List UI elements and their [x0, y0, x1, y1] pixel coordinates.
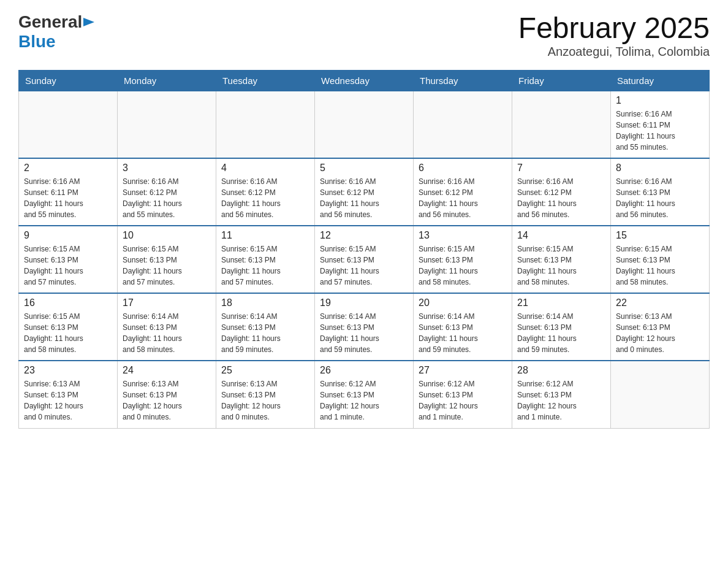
calendar-cell: 24Sunrise: 6:13 AM Sunset: 6:13 PM Dayli…: [118, 361, 216, 428]
calendar-cell: 16Sunrise: 6:15 AM Sunset: 6:13 PM Dayli…: [19, 293, 118, 361]
day-number: 20: [419, 297, 507, 308]
day-number: 12: [320, 230, 408, 241]
calendar-cell: [315, 91, 414, 158]
calendar-header-row: SundayMondayTuesdayWednesdayThursdayFrid…: [19, 70, 710, 91]
calendar-cell: 27Sunrise: 6:12 AM Sunset: 6:13 PM Dayli…: [414, 361, 512, 428]
calendar-week-row: 2Sunrise: 6:16 AM Sunset: 6:11 PM Daylig…: [19, 158, 710, 226]
logo-flag-icon: [82, 17, 96, 28]
calendar-cell: 3Sunrise: 6:16 AM Sunset: 6:12 PM Daylig…: [118, 158, 216, 226]
calendar-cell: 12Sunrise: 6:15 AM Sunset: 6:13 PM Dayli…: [315, 226, 414, 293]
day-info: Sunrise: 6:15 AM Sunset: 6:13 PM Dayligh…: [123, 243, 211, 288]
calendar-cell: 2Sunrise: 6:16 AM Sunset: 6:11 PM Daylig…: [19, 158, 118, 226]
day-number: 19: [320, 297, 408, 308]
calendar-cell: 19Sunrise: 6:14 AM Sunset: 6:13 PM Dayli…: [315, 293, 414, 361]
calendar-table: SundayMondayTuesdayWednesdayThursdayFrid…: [18, 70, 710, 429]
calendar-cell: 1Sunrise: 6:16 AM Sunset: 6:11 PM Daylig…: [611, 91, 710, 158]
day-info: Sunrise: 6:13 AM Sunset: 6:13 PM Dayligh…: [24, 378, 112, 423]
day-info: Sunrise: 6:15 AM Sunset: 6:13 PM Dayligh…: [221, 243, 309, 288]
calendar-cell: 26Sunrise: 6:12 AM Sunset: 6:13 PM Dayli…: [315, 361, 414, 428]
day-number: 9: [24, 230, 112, 241]
location-title: Anzoategui, Tolima, Colombia: [518, 45, 710, 59]
calendar-header-tuesday: Tuesday: [216, 70, 315, 91]
logo-general-text: General: [18, 12, 82, 32]
day-info: Sunrise: 6:15 AM Sunset: 6:13 PM Dayligh…: [24, 311, 112, 355]
day-info: Sunrise: 6:16 AM Sunset: 6:11 PM Dayligh…: [616, 109, 704, 153]
calendar-cell: 20Sunrise: 6:14 AM Sunset: 6:13 PM Dayli…: [414, 293, 512, 361]
day-info: Sunrise: 6:13 AM Sunset: 6:13 PM Dayligh…: [123, 378, 211, 423]
calendar-cell: [414, 91, 512, 158]
calendar-cell: [512, 91, 611, 158]
calendar-cell: 18Sunrise: 6:14 AM Sunset: 6:13 PM Dayli…: [216, 293, 315, 361]
header: General Blue February 2025 Anzoategui, T…: [18, 12, 710, 59]
day-number: 23: [24, 365, 112, 376]
day-number: 4: [221, 163, 309, 174]
calendar-cell: 13Sunrise: 6:15 AM Sunset: 6:13 PM Dayli…: [414, 226, 512, 293]
day-info: Sunrise: 6:14 AM Sunset: 6:13 PM Dayligh…: [419, 311, 507, 355]
calendar-cell: 14Sunrise: 6:15 AM Sunset: 6:13 PM Dayli…: [512, 226, 611, 293]
day-info: Sunrise: 6:16 AM Sunset: 6:11 PM Dayligh…: [24, 176, 112, 220]
calendar-header-wednesday: Wednesday: [315, 70, 414, 91]
day-info: Sunrise: 6:14 AM Sunset: 6:13 PM Dayligh…: [221, 311, 309, 355]
day-number: 27: [419, 365, 507, 376]
calendar-cell: 8Sunrise: 6:16 AM Sunset: 6:13 PM Daylig…: [611, 158, 710, 226]
day-number: 2: [24, 163, 112, 174]
calendar-cell: [19, 91, 118, 158]
day-number: 3: [123, 163, 211, 174]
calendar-cell: 11Sunrise: 6:15 AM Sunset: 6:13 PM Dayli…: [216, 226, 315, 293]
calendar-cell: 5Sunrise: 6:16 AM Sunset: 6:12 PM Daylig…: [315, 158, 414, 226]
day-info: Sunrise: 6:16 AM Sunset: 6:13 PM Dayligh…: [616, 176, 704, 220]
title-area: February 2025 Anzoategui, Tolima, Colomb…: [518, 12, 710, 59]
day-number: 7: [517, 163, 605, 174]
calendar-header-thursday: Thursday: [414, 70, 512, 91]
day-info: Sunrise: 6:15 AM Sunset: 6:13 PM Dayligh…: [616, 243, 704, 288]
calendar-header-monday: Monday: [118, 70, 216, 91]
day-info: Sunrise: 6:14 AM Sunset: 6:13 PM Dayligh…: [517, 311, 605, 355]
day-info: Sunrise: 6:14 AM Sunset: 6:13 PM Dayligh…: [123, 311, 211, 355]
day-info: Sunrise: 6:16 AM Sunset: 6:12 PM Dayligh…: [221, 176, 309, 220]
day-info: Sunrise: 6:14 AM Sunset: 6:13 PM Dayligh…: [320, 311, 408, 355]
calendar-cell: 15Sunrise: 6:15 AM Sunset: 6:13 PM Dayli…: [611, 226, 710, 293]
calendar-cell: 4Sunrise: 6:16 AM Sunset: 6:12 PM Daylig…: [216, 158, 315, 226]
day-number: 5: [320, 163, 408, 174]
calendar-week-row: 16Sunrise: 6:15 AM Sunset: 6:13 PM Dayli…: [19, 293, 710, 361]
calendar-week-row: 9Sunrise: 6:15 AM Sunset: 6:13 PM Daylig…: [19, 226, 710, 293]
day-number: 11: [221, 230, 309, 241]
day-info: Sunrise: 6:15 AM Sunset: 6:13 PM Dayligh…: [517, 243, 605, 288]
calendar-cell: 10Sunrise: 6:15 AM Sunset: 6:13 PM Dayli…: [118, 226, 216, 293]
day-number: 28: [517, 365, 605, 376]
day-number: 22: [616, 297, 704, 308]
calendar-cell: 23Sunrise: 6:13 AM Sunset: 6:13 PM Dayli…: [19, 361, 118, 428]
day-number: 1: [616, 95, 704, 106]
day-info: Sunrise: 6:16 AM Sunset: 6:12 PM Dayligh…: [517, 176, 605, 220]
day-info: Sunrise: 6:15 AM Sunset: 6:13 PM Dayligh…: [320, 243, 408, 288]
day-number: 10: [123, 230, 211, 241]
day-number: 16: [24, 297, 112, 308]
day-info: Sunrise: 6:12 AM Sunset: 6:13 PM Dayligh…: [517, 378, 605, 423]
calendar-week-row: 1Sunrise: 6:16 AM Sunset: 6:11 PM Daylig…: [19, 91, 710, 158]
calendar-cell: 22Sunrise: 6:13 AM Sunset: 6:13 PM Dayli…: [611, 293, 710, 361]
calendar-cell: [118, 91, 216, 158]
day-number: 13: [419, 230, 507, 241]
day-number: 18: [221, 297, 309, 308]
day-info: Sunrise: 6:15 AM Sunset: 6:13 PM Dayligh…: [24, 243, 112, 288]
day-number: 8: [616, 163, 704, 174]
calendar-cell: 25Sunrise: 6:13 AM Sunset: 6:13 PM Dayli…: [216, 361, 315, 428]
day-number: 21: [517, 297, 605, 308]
day-number: 14: [517, 230, 605, 241]
day-info: Sunrise: 6:12 AM Sunset: 6:13 PM Dayligh…: [419, 378, 507, 423]
svg-marker-0: [83, 18, 94, 26]
logo-blue-text: Blue: [18, 32, 56, 51]
day-info: Sunrise: 6:15 AM Sunset: 6:13 PM Dayligh…: [419, 243, 507, 288]
calendar-cell: [216, 91, 315, 158]
calendar-week-row: 23Sunrise: 6:13 AM Sunset: 6:13 PM Dayli…: [19, 361, 710, 428]
day-number: 15: [616, 230, 704, 241]
day-info: Sunrise: 6:16 AM Sunset: 6:12 PM Dayligh…: [320, 176, 408, 220]
calendar-cell: 9Sunrise: 6:15 AM Sunset: 6:13 PM Daylig…: [19, 226, 118, 293]
day-number: 25: [221, 365, 309, 376]
logo: General Blue: [18, 12, 96, 52]
day-info: Sunrise: 6:16 AM Sunset: 6:12 PM Dayligh…: [123, 176, 211, 220]
calendar-header-saturday: Saturday: [611, 70, 710, 91]
calendar-cell: 21Sunrise: 6:14 AM Sunset: 6:13 PM Dayli…: [512, 293, 611, 361]
calendar-cell: 6Sunrise: 6:16 AM Sunset: 6:12 PM Daylig…: [414, 158, 512, 226]
day-number: 17: [123, 297, 211, 308]
